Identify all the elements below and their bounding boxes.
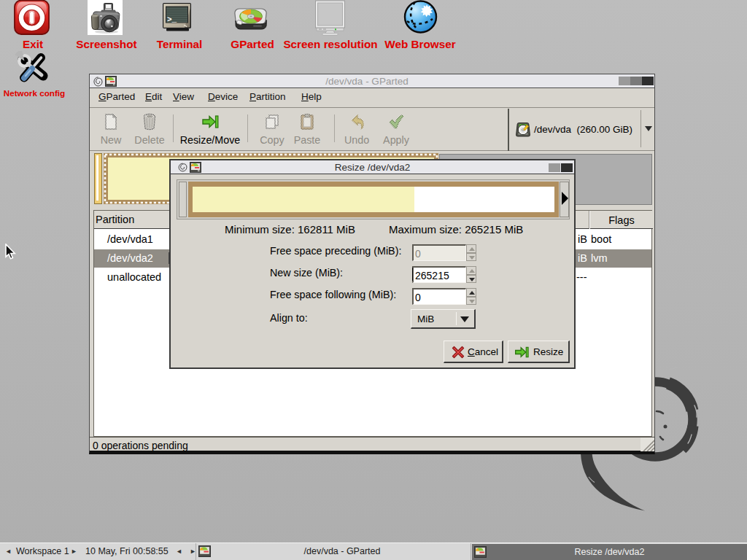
svg-text:>_: >_: [167, 15, 177, 24]
